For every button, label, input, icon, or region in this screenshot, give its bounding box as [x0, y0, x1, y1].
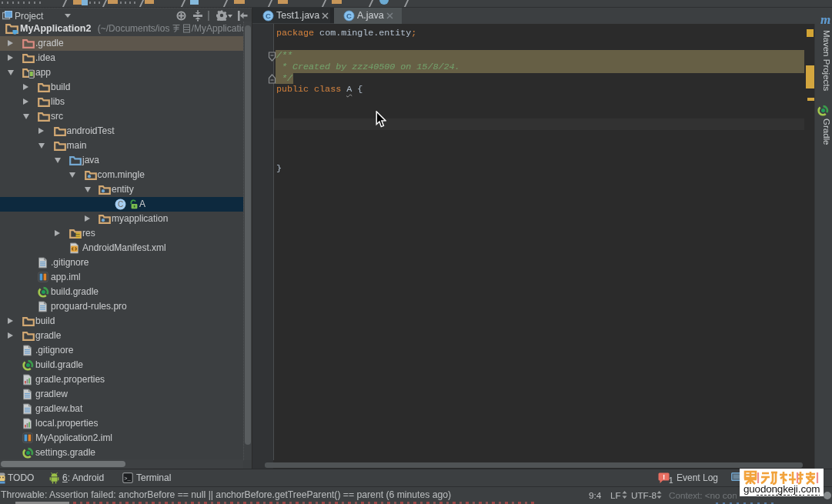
- svg-text:C: C: [346, 12, 352, 20]
- svg-text:C: C: [118, 200, 123, 209]
- svg-text:!: !: [663, 472, 665, 481]
- svg-text:>_: >_: [124, 476, 131, 482]
- svg-text:C: C: [266, 12, 271, 20]
